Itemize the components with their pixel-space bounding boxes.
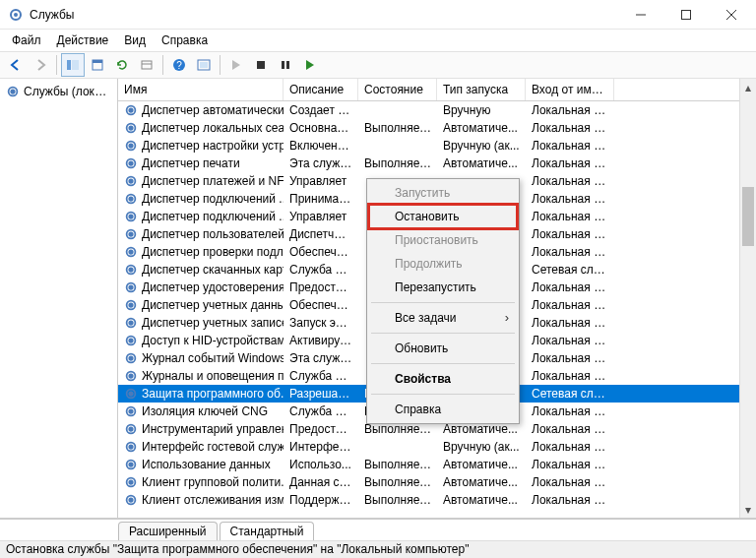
service-desc: Поддержи... bbox=[284, 493, 358, 507]
service-startup: Автоматиче... bbox=[437, 458, 526, 471]
col-name[interactable]: Имя bbox=[118, 79, 284, 100]
service-list-panel: Имя Описание Состояние Тип запуска Вход … bbox=[118, 79, 756, 518]
service-desc: Запуск это... bbox=[284, 316, 358, 330]
service-icon bbox=[124, 493, 138, 507]
service-logon: Локальная сис... bbox=[526, 493, 614, 507]
col-state[interactable]: Состояние bbox=[358, 79, 437, 100]
ctx-resume: Продолжить bbox=[369, 252, 517, 276]
ctx-restart[interactable]: Перезапустить bbox=[369, 276, 517, 299]
service-row[interactable]: Диспетчер печатиЭта служб...ВыполняетсяА… bbox=[118, 155, 756, 172]
svg-point-28 bbox=[129, 161, 133, 165]
start-service-button[interactable] bbox=[224, 53, 248, 77]
service-name-cell: Инструментарий управлен... bbox=[118, 422, 284, 436]
tree-root-services[interactable]: Службы (локальные) bbox=[2, 83, 115, 100]
service-logon: Локальная сис... bbox=[526, 351, 614, 365]
col-startup[interactable]: Тип запуска bbox=[437, 79, 526, 100]
service-name: Диспетчер локальных сеа... bbox=[142, 121, 284, 135]
menu-action[interactable]: Действие bbox=[49, 31, 117, 49]
vertical-scrollbar[interactable]: ▴ ▾ bbox=[739, 79, 756, 518]
ctx-help[interactable]: Справка bbox=[369, 398, 517, 421]
service-icon bbox=[124, 156, 138, 170]
service-name: Диспетчер подключений ... bbox=[142, 192, 284, 206]
console-button[interactable] bbox=[192, 53, 216, 77]
export-button[interactable] bbox=[86, 53, 109, 77]
tab-standard[interactable]: Стандартный bbox=[220, 522, 315, 540]
menubar: Файл Действие Вид Справка bbox=[0, 30, 756, 51]
service-row[interactable]: Диспетчер локальных сеа...Основная ...Вы… bbox=[118, 119, 756, 137]
service-row[interactable]: Диспетчер автоматических...Создает п...В… bbox=[118, 101, 756, 119]
service-desc: Данная сл... bbox=[284, 475, 358, 489]
service-desc: Разрешает... bbox=[284, 387, 358, 401]
nav-back-button[interactable] bbox=[4, 53, 28, 77]
col-logon[interactable]: Вход от имени bbox=[526, 79, 614, 100]
svg-rect-9 bbox=[93, 60, 102, 63]
titlebar: Службы bbox=[0, 0, 756, 30]
service-desc: Управляет bbox=[284, 174, 358, 188]
service-name-cell: Изоляция ключей CNG bbox=[118, 404, 284, 418]
service-name-cell: Диспетчер учетных записе... bbox=[118, 316, 284, 330]
restart-service-button[interactable] bbox=[298, 53, 322, 77]
service-logon: Локальная сис... bbox=[526, 298, 614, 312]
stop-service-button[interactable] bbox=[249, 53, 273, 77]
service-icon bbox=[124, 121, 138, 135]
service-icon bbox=[124, 139, 138, 153]
ctx-properties[interactable]: Свойства bbox=[369, 367, 517, 391]
ctx-all-tasks[interactable]: Все задачи bbox=[369, 306, 517, 330]
scroll-down-icon[interactable]: ▾ bbox=[740, 501, 756, 518]
service-list[interactable]: Диспетчер автоматических...Создает п...В… bbox=[118, 101, 756, 518]
help-button[interactable]: ? bbox=[167, 53, 191, 77]
minimize-button[interactable] bbox=[618, 0, 663, 30]
service-row[interactable]: Клиент отслеживания изм...Поддержи...Вып… bbox=[118, 491, 756, 509]
service-state: Выполняется bbox=[358, 156, 437, 170]
svg-point-38 bbox=[129, 250, 133, 254]
service-name-cell: Доступ к HID-устройствам bbox=[118, 334, 284, 347]
service-desc: Предостав... bbox=[284, 422, 358, 436]
close-button[interactable] bbox=[709, 0, 754, 30]
service-icon bbox=[124, 103, 138, 117]
tab-extended[interactable]: Расширенный bbox=[118, 522, 218, 540]
service-state: Выполняется bbox=[358, 475, 437, 489]
svg-point-26 bbox=[129, 144, 133, 148]
menu-view[interactable]: Вид bbox=[116, 31, 154, 49]
scroll-up-icon[interactable]: ▴ bbox=[740, 79, 756, 95]
service-logon: Локальная сис... bbox=[526, 334, 614, 347]
service-logon: Локальная сис... bbox=[526, 458, 614, 471]
service-name: Диспетчер проверки подл... bbox=[142, 245, 284, 259]
svg-point-32 bbox=[129, 197, 133, 201]
service-row[interactable]: Использование данныхИспользо...Выполняет… bbox=[118, 456, 756, 473]
view-tabs: Расширенный Стандартный bbox=[0, 519, 756, 540]
service-row[interactable]: Клиент групповой полити...Данная сл...Вы… bbox=[118, 473, 756, 491]
ctx-stop[interactable]: Остановить bbox=[369, 205, 517, 228]
service-logon: Локальная сис... bbox=[526, 156, 614, 170]
maximize-button[interactable] bbox=[663, 0, 709, 30]
nav-forward-button[interactable] bbox=[29, 53, 52, 77]
context-menu: Запустить Остановить Приостановить Продо… bbox=[366, 178, 520, 424]
service-desc: Служба W... bbox=[284, 263, 358, 277]
service-name: Клиент отслеживания изм... bbox=[142, 493, 284, 507]
show-hide-tree-button[interactable] bbox=[61, 53, 85, 77]
service-startup: Автоматиче... bbox=[437, 121, 526, 135]
service-desc: Интерфей... bbox=[284, 440, 358, 454]
properties-button[interactable] bbox=[135, 53, 158, 77]
refresh-button[interactable] bbox=[110, 53, 134, 77]
ctx-refresh[interactable]: Обновить bbox=[369, 337, 517, 360]
svg-rect-15 bbox=[200, 62, 208, 68]
service-desc: Обеспечи... bbox=[284, 245, 358, 259]
service-name-cell: Журнал событий Windows bbox=[118, 351, 284, 365]
service-row[interactable]: Диспетчер настройки устр...Включени...Вр… bbox=[118, 137, 756, 155]
service-name: Диспетчер подключений ... bbox=[142, 210, 284, 223]
col-desc[interactable]: Описание bbox=[284, 79, 358, 100]
service-desc: Служба ж... bbox=[284, 369, 358, 383]
scroll-thumb[interactable] bbox=[742, 187, 754, 246]
service-name: Клиент групповой полити... bbox=[142, 475, 284, 489]
ctx-pause: Приостановить bbox=[369, 228, 517, 252]
pause-service-button[interactable] bbox=[274, 53, 297, 77]
service-logon: Локальная сис... bbox=[526, 280, 614, 294]
menu-help[interactable]: Справка bbox=[154, 31, 216, 49]
service-row[interactable]: Интерфейс гостевой служ...Интерфей...Вру… bbox=[118, 438, 756, 456]
service-icon bbox=[124, 210, 138, 223]
menu-file[interactable]: Файл bbox=[4, 31, 49, 49]
service-name: Диспетчер удостоверения ... bbox=[142, 280, 284, 294]
service-logon: Локальная сис... bbox=[526, 404, 614, 418]
service-icon bbox=[124, 280, 138, 294]
